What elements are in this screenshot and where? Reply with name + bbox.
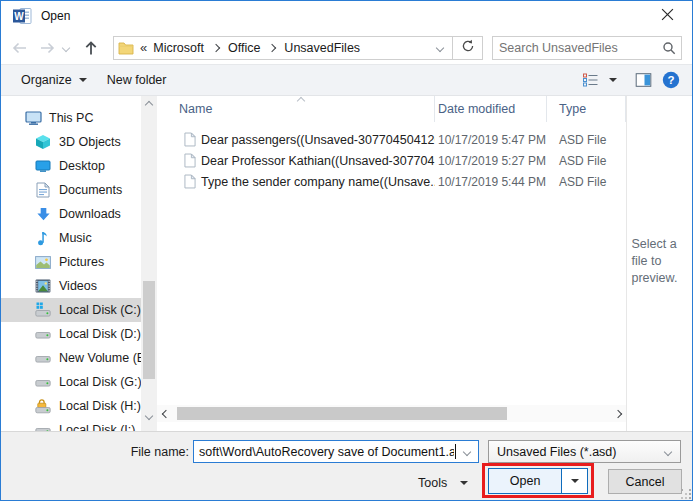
refresh-button[interactable] bbox=[453, 36, 483, 60]
file-date-modified: 10/17/2019 5:44 PM bbox=[435, 175, 547, 189]
file-name-value: soft\Word\AutoRecovery save of Document1… bbox=[194, 445, 454, 459]
address-bar[interactable]: « Microsoft Office UnsavedFiles bbox=[113, 36, 453, 60]
resize-grip[interactable] bbox=[681, 489, 691, 499]
navigation-bar: « Microsoft Office UnsavedFiles bbox=[1, 31, 693, 64]
file-type-dropdown-chevron bbox=[656, 449, 680, 455]
close-button[interactable] bbox=[652, 4, 682, 28]
table-row[interactable]: Type the sender company name((Unsave... … bbox=[157, 171, 626, 192]
horizontal-scrollbar[interactable] bbox=[157, 405, 626, 422]
open-button[interactable]: Open bbox=[488, 468, 588, 494]
scroll-left-arrow[interactable] bbox=[157, 405, 174, 422]
table-row[interactable]: Dear passengers((Unsaved-307704504126...… bbox=[157, 129, 626, 150]
chevron-right-icon[interactable] bbox=[212, 43, 220, 51]
details-view-icon[interactable] bbox=[582, 73, 599, 87]
file-type-select[interactable]: Unsaved Files (*.asd) bbox=[488, 440, 681, 463]
new-folder-button[interactable]: New folder bbox=[97, 65, 177, 95]
chevron-down-icon bbox=[436, 43, 444, 51]
tools-label: Tools bbox=[418, 476, 447, 490]
sidebar-item[interactable]: Desktop bbox=[1, 154, 141, 178]
column-headers: Name Date modified Type bbox=[157, 96, 626, 122]
title-bar: W Open bbox=[1, 1, 693, 31]
chevron-right-icon[interactable] bbox=[268, 43, 276, 51]
svg-text:?: ? bbox=[667, 74, 674, 86]
refresh-icon bbox=[461, 39, 475, 56]
file-type: ASD File bbox=[547, 175, 626, 189]
sidebar-item[interactable]: Music bbox=[1, 226, 141, 250]
cancel-button[interactable]: Cancel bbox=[608, 469, 682, 494]
tools-button[interactable]: Tools bbox=[418, 476, 468, 490]
file-icon bbox=[184, 174, 196, 189]
main-area: This PC 3D Objects Desktop Documents bbox=[1, 96, 693, 431]
preview-pane-icon[interactable] bbox=[635, 73, 652, 87]
sidebar-item[interactable]: This PC bbox=[1, 106, 141, 130]
scrollbar-thumb[interactable] bbox=[177, 407, 507, 420]
chevron-down-icon bbox=[463, 447, 471, 455]
scrollbar-thumb[interactable] bbox=[143, 281, 155, 379]
address-dropdown-chevron[interactable] bbox=[428, 45, 452, 51]
pictures-icon bbox=[34, 254, 52, 271]
scroll-up-arrow[interactable] bbox=[141, 97, 157, 113]
toolbar-right-group: ? bbox=[582, 71, 680, 89]
downloads-icon bbox=[34, 206, 52, 223]
this-pc-icon bbox=[24, 110, 42, 127]
chevron-down-icon bbox=[145, 412, 153, 420]
file-name: Type the sender company name((Unsave... bbox=[201, 175, 435, 189]
open-dialog: W Open « Microsoft Office bbox=[0, 0, 693, 501]
dropdown-arrow-icon bbox=[460, 481, 468, 485]
sidebar-item[interactable]: New Volume (E:) bbox=[1, 346, 141, 370]
disk-icon bbox=[34, 350, 52, 367]
sidebar-item[interactable]: Local Disk (I:) bbox=[1, 418, 141, 431]
breadcrumb-item[interactable]: UnsavedFiles bbox=[278, 41, 366, 55]
open-split-dropdown[interactable] bbox=[561, 469, 587, 493]
file-name: Dear passengers((Unsaved-307704504126... bbox=[201, 133, 435, 147]
organize-label: Organize bbox=[21, 73, 72, 87]
column-header-type[interactable]: Type bbox=[547, 96, 626, 122]
column-header-date-modified[interactable]: Date modified bbox=[435, 96, 547, 122]
dialog-footer: File name: soft\Word\AutoRecovery save o… bbox=[1, 431, 693, 501]
sidebar-item[interactable]: Pictures bbox=[1, 250, 141, 274]
file-type: ASD File bbox=[547, 133, 626, 147]
chevron-right-icon bbox=[613, 409, 621, 417]
dialog-title: Open bbox=[41, 9, 70, 23]
scroll-right-arrow[interactable] bbox=[609, 405, 626, 422]
help-icon[interactable]: ? bbox=[662, 71, 680, 89]
breadcrumb-item[interactable]: Office bbox=[222, 41, 278, 55]
sidebar-scrollbar[interactable] bbox=[141, 96, 157, 431]
preview-message: Select a file to preview. bbox=[632, 236, 690, 431]
3d-objects-icon bbox=[34, 134, 52, 151]
disk-icon bbox=[34, 326, 52, 343]
table-row[interactable]: Dear Professor Kathian((Unsaved-307704..… bbox=[157, 150, 626, 171]
search-icon[interactable] bbox=[657, 41, 681, 55]
sidebar-item[interactable]: Downloads bbox=[1, 202, 141, 226]
recent-locations-chevron[interactable] bbox=[59, 36, 73, 60]
chevron-left-icon bbox=[161, 409, 169, 417]
sidebar-item[interactable]: Local Disk (G:) bbox=[1, 370, 141, 394]
sidebar-item[interactable]: Local Disk (H:) bbox=[1, 394, 141, 418]
breadcrumb: Microsoft Office UnsavedFiles bbox=[147, 41, 428, 55]
back-icon[interactable] bbox=[7, 36, 31, 60]
sidebar-item[interactable]: Documents bbox=[1, 178, 141, 202]
breadcrumb-item[interactable]: Microsoft bbox=[147, 41, 222, 55]
desktop-icon bbox=[34, 158, 52, 175]
sidebar-item[interactable]: Local Disk (D:) bbox=[1, 322, 141, 346]
file-name-dropdown-chevron[interactable] bbox=[456, 449, 478, 455]
file-list: Name Date modified Type Dear passengers(… bbox=[157, 96, 626, 431]
sidebar-item[interactable]: 3D Objects bbox=[1, 130, 141, 154]
search-input[interactable] bbox=[493, 41, 657, 55]
organize-button[interactable]: Organize bbox=[11, 65, 97, 95]
disk-windows-icon bbox=[34, 302, 52, 319]
sidebar-item[interactable]: Videos bbox=[1, 274, 141, 298]
file-name-input[interactable]: soft\Word\AutoRecovery save of Document1… bbox=[193, 440, 479, 463]
videos-icon bbox=[34, 278, 52, 295]
red-highlight-annotation: Open bbox=[482, 463, 594, 498]
file-rows: Dear passengers((Unsaved-307704504126...… bbox=[157, 129, 626, 192]
dropdown-arrow-icon bbox=[79, 78, 87, 82]
forward-icon[interactable] bbox=[35, 36, 59, 60]
scroll-down-arrow[interactable] bbox=[141, 408, 157, 424]
dropdown-arrow-icon bbox=[571, 479, 579, 483]
up-icon[interactable] bbox=[79, 36, 103, 60]
open-label[interactable]: Open bbox=[489, 469, 561, 493]
sidebar-item[interactable]: Local Disk (C:) bbox=[1, 298, 141, 322]
breadcrumb-overflow[interactable]: « bbox=[140, 40, 147, 55]
view-dropdown-arrow-icon[interactable] bbox=[609, 78, 617, 82]
